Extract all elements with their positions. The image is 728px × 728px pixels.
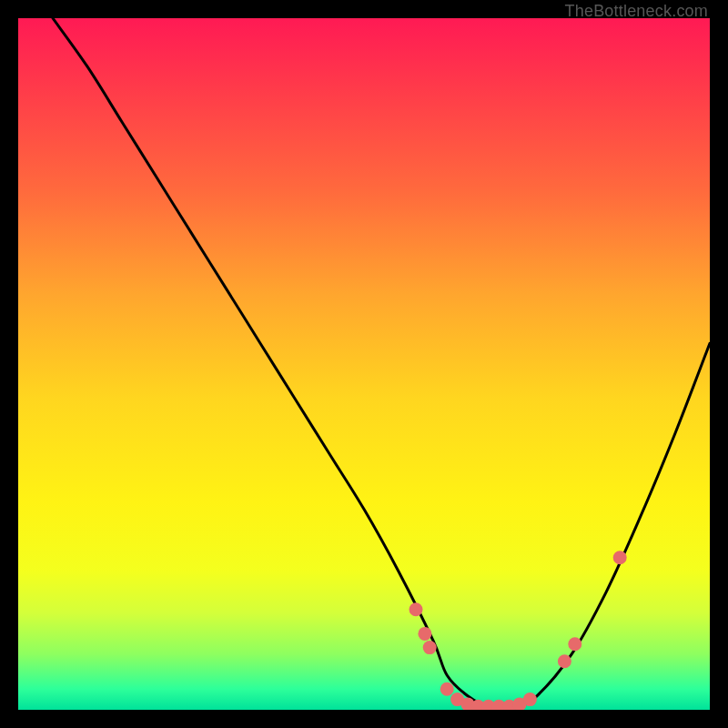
data-marker (418, 627, 431, 641)
bottleneck-curve (53, 18, 710, 708)
plot-area (18, 18, 710, 710)
data-marker (423, 641, 437, 654)
chart-container: TheBottleneck.com (0, 0, 728, 728)
data-marker (613, 551, 627, 564)
data-marker (568, 637, 581, 651)
data-marker (410, 602, 423, 616)
data-markers (410, 551, 627, 710)
curve-layer (18, 18, 710, 710)
data-marker (558, 654, 571, 668)
data-marker (440, 682, 454, 696)
data-marker (523, 693, 537, 706)
